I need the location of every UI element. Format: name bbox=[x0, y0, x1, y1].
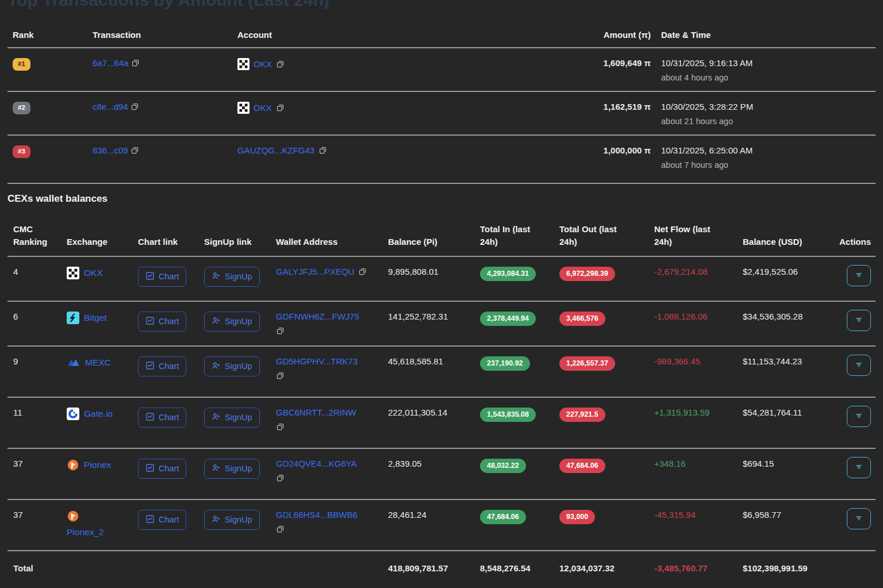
wallet-address-link[interactable]: GD5HGPHV...TRK73 bbox=[276, 356, 388, 366]
table-row: 9 MEXC Chart SignUp bbox=[7, 347, 876, 398]
row-actions-button[interactable] bbox=[847, 265, 871, 286]
copy-icon[interactable] bbox=[276, 474, 388, 482]
copy-icon[interactable] bbox=[276, 60, 285, 68]
filter-icon bbox=[854, 315, 863, 326]
filter-icon bbox=[854, 513, 863, 524]
total-balance-pi: 418,809,781.57 bbox=[388, 563, 480, 573]
user-plus-icon bbox=[212, 463, 221, 474]
total-in-badge: 2,378,449.94 bbox=[480, 312, 536, 326]
balance-pi-value: 45,618,585.81 bbox=[388, 356, 480, 366]
relative-time: about 4 hours ago bbox=[661, 73, 866, 82]
section-title: CEXs wallet balances bbox=[7, 193, 876, 212]
signup-button[interactable]: SignUp bbox=[204, 356, 260, 376]
total-label: Total bbox=[7, 563, 67, 573]
chart-icon bbox=[145, 463, 155, 474]
chart-button[interactable]: Chart bbox=[138, 459, 186, 479]
rank-badge: #2 bbox=[13, 102, 30, 114]
account-link[interactable]: OKX bbox=[254, 59, 272, 69]
cex-balances-table: CMC Ranking Exchange Chart link SignUp l… bbox=[7, 212, 876, 588]
row-actions-button[interactable] bbox=[847, 406, 871, 427]
row-actions-button[interactable] bbox=[847, 310, 871, 331]
rank-badge: #1 bbox=[13, 58, 30, 71]
wallet-address-link[interactable]: GBC6NRTT...2RINW bbox=[276, 408, 388, 417]
user-plus-icon bbox=[212, 316, 221, 327]
col-header-transaction: Transaction bbox=[93, 30, 237, 40]
total-out-badge: 6,972,298.39 bbox=[559, 267, 615, 281]
copy-icon[interactable] bbox=[276, 371, 388, 380]
exchange-link[interactable]: Gate.io bbox=[84, 409, 113, 419]
page-title: Top Transactions by Amount (Last 24h) bbox=[7, 0, 329, 10]
pionex-logo-icon bbox=[67, 510, 79, 522]
exchange-link[interactable]: Pionex_2 bbox=[67, 527, 104, 537]
row-actions-button[interactable] bbox=[847, 457, 871, 478]
pionex-logo-icon bbox=[67, 459, 79, 471]
transaction-link[interactable]: 6a7...64a bbox=[93, 58, 129, 68]
signup-button[interactable]: SignUp bbox=[204, 267, 260, 287]
okx-logo-icon bbox=[237, 58, 249, 70]
transaction-link[interactable]: 836...c09 bbox=[93, 145, 128, 155]
row-actions-button[interactable] bbox=[847, 508, 871, 529]
mexc-logo-icon bbox=[67, 356, 80, 369]
filter-icon bbox=[854, 462, 863, 473]
amount-value: 1,609,649 π bbox=[542, 58, 651, 68]
total-out-badge: 3,466,576 bbox=[559, 312, 605, 326]
signup-button[interactable]: SignUp bbox=[204, 459, 260, 479]
user-plus-icon bbox=[212, 361, 221, 372]
copy-icon[interactable] bbox=[276, 103, 285, 112]
chart-icon bbox=[145, 316, 155, 327]
chart-button[interactable]: Chart bbox=[138, 312, 186, 332]
wallet-address-link[interactable]: GALYJFJ5...PXEQU bbox=[276, 267, 354, 276]
col-header-amount: Amount (π) bbox=[542, 30, 651, 40]
table-row: 4 OKX Chart SignUp bbox=[7, 257, 876, 302]
net-flow-value: +1,315,913.59 bbox=[654, 408, 709, 417]
chart-button[interactable]: Chart bbox=[138, 267, 186, 287]
balance-pi-value: 2,839.05 bbox=[388, 459, 480, 468]
wallet-address-link[interactable]: GDFNWH6Z...FWJ75 bbox=[276, 312, 388, 321]
copy-icon[interactable] bbox=[276, 525, 388, 533]
transaction-link[interactable]: c8e...d94 bbox=[93, 102, 128, 112]
account-link[interactable]: GAUZQG...KZFG43 bbox=[237, 145, 314, 155]
exchange-link[interactable]: Bitget bbox=[84, 313, 107, 323]
total-out-badge: 47,684.06 bbox=[559, 459, 605, 473]
filter-icon bbox=[854, 360, 863, 371]
row-actions-button[interactable] bbox=[847, 355, 871, 376]
total-net-flow: -3,485,760.77 bbox=[654, 563, 708, 573]
exchange-link[interactable]: OKX bbox=[84, 268, 103, 278]
wallet-address-link[interactable]: GDL66HS4...BBWB6 bbox=[276, 510, 388, 520]
signup-button[interactable]: SignUp bbox=[204, 312, 260, 332]
top-transactions-table: Rank Transaction Account Amount (π) Date… bbox=[7, 0, 876, 184]
table-row: #2 c8e...d94 OKX 1,162,519 π 10/30/2025,… bbox=[7, 92, 876, 136]
signup-button[interactable]: SignUp bbox=[204, 510, 260, 530]
copy-icon[interactable] bbox=[131, 59, 140, 67]
wallet-address-link[interactable]: GD24QVE4...KG6YA bbox=[276, 459, 388, 468]
chart-button[interactable]: Chart bbox=[138, 510, 186, 530]
col-header-wallet-address: Wallet Address bbox=[276, 236, 337, 248]
table-row: 6 Bitget Chart SignUp bbox=[7, 302, 876, 347]
total-in-sum: 8,548,276.54 bbox=[480, 563, 559, 573]
col-header-net-flow: Net Flow (last 24h) bbox=[654, 223, 717, 248]
copy-icon[interactable] bbox=[276, 422, 388, 431]
relative-time: about 21 hours ago bbox=[661, 117, 866, 126]
balance-pi-value: 141,252,782.31 bbox=[388, 312, 480, 321]
copy-icon[interactable] bbox=[276, 326, 388, 335]
copy-icon[interactable] bbox=[130, 146, 139, 155]
chart-button[interactable]: Chart bbox=[138, 356, 186, 376]
balance-usd-value: $6,958.77 bbox=[738, 510, 832, 520]
signup-button[interactable]: SignUp bbox=[204, 408, 260, 428]
account-link[interactable]: OKX bbox=[254, 103, 272, 113]
copy-icon[interactable] bbox=[358, 267, 367, 276]
rank-badge: #3 bbox=[13, 145, 30, 158]
chart-icon bbox=[145, 514, 155, 525]
chart-icon bbox=[145, 271, 155, 282]
balance-pi-value: 28,461.24 bbox=[388, 510, 480, 520]
col-header-datetime: Date & Time bbox=[651, 30, 866, 40]
total-in-badge: 237,190.92 bbox=[480, 356, 530, 371]
relative-time: about 7 hours ago bbox=[661, 160, 866, 170]
copy-icon[interactable] bbox=[318, 146, 327, 155]
exchange-link[interactable]: MEXC bbox=[85, 358, 111, 368]
datetime-value: 10/31/2025, 6:25:00 AM bbox=[661, 145, 866, 155]
exchange-link[interactable]: Pionex bbox=[84, 460, 111, 470]
copy-icon[interactable] bbox=[130, 102, 139, 111]
chart-button[interactable]: Chart bbox=[138, 408, 186, 428]
amount-value: 1,000,000 π bbox=[542, 145, 651, 155]
